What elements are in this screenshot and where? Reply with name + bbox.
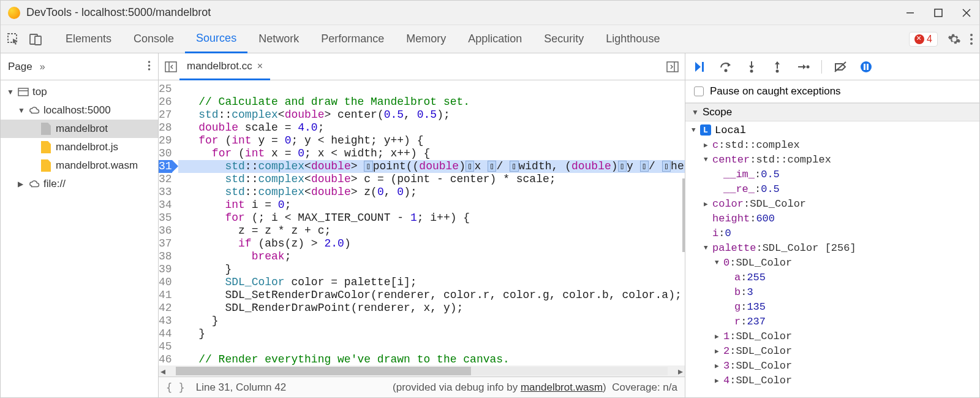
scroll-right-icon[interactable]: ▸ [676,365,685,377]
cursor-position: Line 31, Column 42 [196,381,286,394]
pretty-print-icon[interactable]: { } [166,381,185,394]
tree-host[interactable]: ▼ localhost:5000 [1,101,158,120]
scope-variable-row[interactable]: ▶color: SDL_Color [685,196,979,211]
tree-top-label: top [32,86,47,98]
scope-variable-row[interactable]: __im_: 0.5 [685,167,979,182]
scope-variable-row[interactable]: __re_: 0.5 [685,182,979,196]
tree-file-label: mandelbrot [56,123,108,135]
code-content[interactable]: // Calculate and draw the Mandelbrot set… [178,80,685,365]
error-count-badge[interactable]: 4 [909,32,938,47]
svg-point-11 [148,64,151,67]
tree-file-mandelbrot-wasm[interactable]: mandelbrot.wasm [1,156,158,175]
svg-point-9 [970,42,973,45]
pause-on-caught-row[interactable]: Pause on caught exceptions [685,80,979,103]
svg-rect-6 [35,36,41,45]
panel-tabbar: Elements Console Sources Network Perform… [1,25,979,53]
step-out-icon[interactable] [770,59,785,74]
tree-file-label: mandelbrot.wasm [56,159,138,172]
scroll-left-icon[interactable]: ◂ [159,365,167,377]
editor-tab-mandelbrot-cc[interactable]: mandelbrot.cc × [179,54,270,80]
error-icon [914,34,924,44]
scope-variable-row[interactable]: ▶4: SDL_Color [685,373,979,388]
coverage-status: Coverage: n/a [612,381,677,393]
scope-variable-row[interactable]: ▼palette: SDL_Color [256] [685,240,979,255]
navigator-menu-icon[interactable] [148,60,151,74]
script-icon [41,159,51,172]
navigator-header: Page » [1,53,158,80]
debugger-panel: Pause on caught exceptions ▼ Scope ▼ L L… [685,53,979,397]
tree-file-scheme-label: file:// [43,178,66,190]
scope-variable-row[interactable]: ▶c: std::complex [685,137,979,152]
device-toolbar-icon[interactable] [29,33,42,46]
step-over-icon[interactable] [718,59,733,74]
scope-variable-row[interactable]: ▼0: SDL_Color [685,255,979,270]
horizontal-scrollbar-thumb[interactable] [176,367,471,375]
pause-on-caught-label: Pause on caught exceptions [710,85,841,98]
tab-console[interactable]: Console [123,25,185,53]
scope-local-label: Local [715,124,746,136]
editor-tabbar: mandelbrot.cc × [159,53,685,80]
resume-icon[interactable] [693,59,707,74]
vertical-scrollbar-thumb[interactable] [682,178,685,252]
deactivate-breakpoints-icon[interactable] [833,59,848,74]
svg-point-12 [148,68,151,71]
editor-tab-label: mandelbrot.cc [187,60,252,72]
scope-variable-row[interactable]: a: 255 [685,270,979,285]
tree-host-label: localhost:5000 [43,104,111,117]
toggle-debugger-icon[interactable] [664,58,681,75]
settings-icon[interactable] [948,33,961,46]
status-right: (provided via debug info by mandelbrot.w… [393,381,677,394]
cloud-icon [29,178,40,189]
svg-rect-29 [864,64,865,70]
tab-security[interactable]: Security [533,25,595,53]
editor-statusbar: { } Line 31, Column 42 (provided via deb… [159,377,685,397]
svg-point-28 [861,61,872,72]
close-icon[interactable] [961,7,972,18]
step-into-icon[interactable] [744,59,759,74]
debug-info-link[interactable]: mandelbrot.wasm [521,381,603,393]
tree-top[interactable]: ▼ top [1,83,158,101]
tree-file-mandelbrot-js[interactable]: mandelbrot.js [1,138,158,156]
scope-header[interactable]: ▼ Scope [685,103,979,121]
tab-lighthouse[interactable]: Lighthouse [595,25,671,53]
scope-variable-row[interactable]: height: 600 [685,211,979,226]
tree-file-scheme[interactable]: ▶ file:// [1,175,158,193]
navigator-title: Page [8,61,32,73]
error-count: 4 [927,34,932,45]
minimize-icon[interactable] [905,7,916,18]
tab-performance[interactable]: Performance [310,25,395,53]
local-badge-icon: L [700,124,711,136]
step-icon[interactable] [796,59,810,74]
close-tab-icon[interactable]: × [257,61,263,72]
scope-variable-row[interactable]: b: 3 [685,285,979,299]
tab-sources[interactable]: Sources [185,26,247,53]
scope-variable-row[interactable]: ▶1: SDL_Color [685,329,979,343]
inspect-element-icon[interactable] [7,33,20,46]
file-tree: ▼ top ▼ localhost:5000 mandelbrot mandel… [1,80,158,397]
navigator-more-tabs-icon[interactable]: » [40,61,45,72]
horizontal-scrollbar[interactable]: ◂ ▸ [159,365,685,377]
tab-elements[interactable]: Elements [55,25,123,53]
svg-point-24 [776,69,779,72]
tab-network[interactable]: Network [247,25,310,53]
more-icon[interactable] [970,33,973,46]
tab-memory[interactable]: Memory [395,25,457,53]
toggle-navigator-icon[interactable] [162,58,179,75]
pause-exceptions-icon[interactable] [859,59,873,74]
editor-body[interactable]: 2526272829303132333435363738394041424344… [159,80,685,365]
svg-point-7 [970,34,973,36]
scope-local-header[interactable]: ▼ L Local [685,123,979,137]
svg-point-22 [750,69,753,72]
svg-point-8 [970,38,973,40]
scope-variable-row[interactable]: ▶3: SDL_Color [685,358,979,373]
tree-file-mandelbrot[interactable]: mandelbrot [1,120,158,138]
scope-variable-row[interactable]: g: 135 [685,299,979,314]
maximize-icon[interactable] [933,7,944,18]
tab-application[interactable]: Application [457,25,533,53]
scope-variable-row[interactable]: r: 237 [685,314,979,329]
scope-variable-row[interactable]: i: 0 [685,226,979,240]
pause-on-caught-checkbox[interactable] [694,86,704,96]
svg-rect-13 [18,88,28,96]
scope-variable-row[interactable]: ▶2: SDL_Color [685,343,979,358]
scope-variable-row[interactable]: ▼center: std::complex [685,152,979,167]
